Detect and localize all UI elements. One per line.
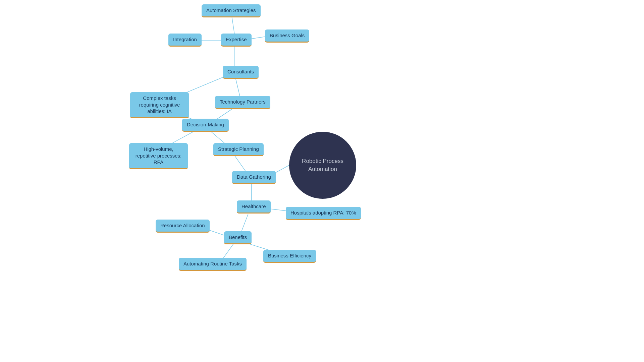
high-volume-node: High-volume, repetitive processes: RPA <box>129 143 188 169</box>
strategic-planning-node: Strategic Planning <box>213 143 264 156</box>
automation-strategies-node: Automation Strategies <box>202 4 261 17</box>
complex-tasks-node: Complex tasks requiring cognitive abilit… <box>130 92 189 118</box>
automating-routine-node: Automating Routine Tasks <box>179 258 247 271</box>
benefits-node: Benefits <box>224 231 252 244</box>
mind-map-container: Automation Strategies Expertise Integrat… <box>0 0 644 362</box>
consultants-node: Consultants <box>223 66 259 79</box>
technology-partners-node: Technology Partners <box>215 96 270 109</box>
business-goals-node: Business Goals <box>265 29 309 43</box>
healthcare-node: Healthcare <box>237 200 271 214</box>
integration-node: Integration <box>168 34 202 47</box>
resource-allocation-node: Resource Allocation <box>156 220 210 233</box>
svg-line-5 <box>235 75 240 99</box>
data-gathering-node: Data Gathering <box>232 171 276 184</box>
hospitals-rpa-node: Hospitals adopting RPA: 70% <box>286 207 361 220</box>
svg-line-0 <box>231 14 235 36</box>
business-efficiency-node: Business Efficiency <box>263 250 316 263</box>
rpa-circle-node: Robotic Process Automation <box>289 132 356 199</box>
expertise-node: Expertise <box>221 34 252 47</box>
svg-line-14 <box>240 214 248 234</box>
decision-making-node: Decision-Making <box>182 119 229 132</box>
